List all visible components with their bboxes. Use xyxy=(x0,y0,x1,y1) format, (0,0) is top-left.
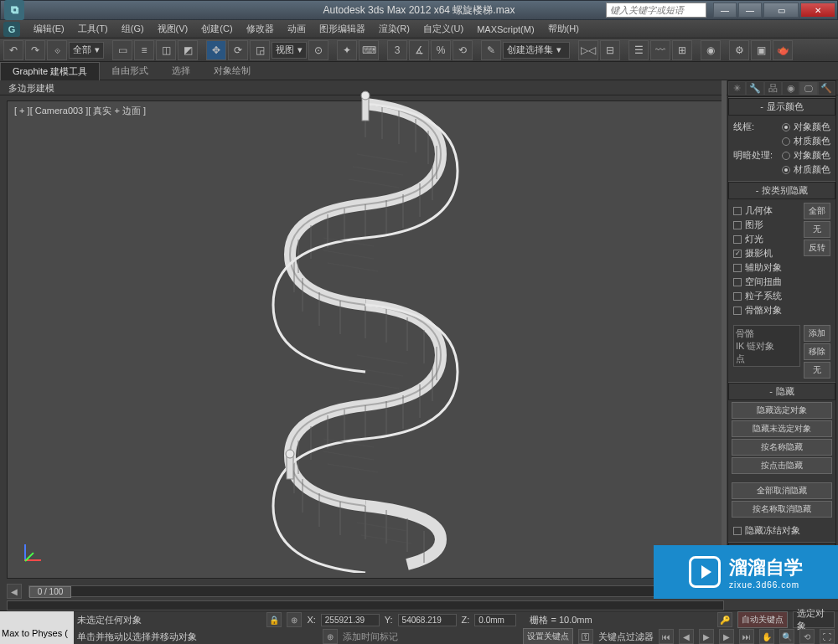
coord-z-input[interactable] xyxy=(474,614,516,626)
chk-lights[interactable] xyxy=(733,235,742,244)
key-selection-dropdown[interactable]: 选定对象 xyxy=(793,611,835,628)
menu-create[interactable]: 创建(C) xyxy=(194,21,239,37)
play-end-button[interactable]: ⏭ xyxy=(739,629,754,644)
modify-tab[interactable]: 🔧 xyxy=(746,81,763,95)
nav-zoom-button[interactable]: 🔍 xyxy=(779,629,794,644)
absolute-mode-icon[interactable]: ⊕ xyxy=(287,612,302,627)
rotate-button[interactable]: ⟳ xyxy=(228,40,248,60)
time-slider[interactable]: ◀ 0 / 100 ▶ xyxy=(7,582,724,600)
wireframe-obj-radio[interactable] xyxy=(782,123,790,131)
select-button[interactable]: ▭ xyxy=(112,40,132,60)
chk-spacewarps[interactable] xyxy=(733,278,742,286)
shaded-obj-radio[interactable] xyxy=(782,152,790,160)
redo-button[interactable]: ↷ xyxy=(25,40,45,60)
auto-key-button[interactable]: 自动关键点 xyxy=(737,611,788,628)
schematic-view-button[interactable]: ⊞ xyxy=(672,40,692,60)
scale-button[interactable]: ◲ xyxy=(250,40,270,60)
menu-animation[interactable]: 动画 xyxy=(281,21,313,37)
move-button[interactable]: ✥ xyxy=(206,40,226,60)
play-start-button[interactable]: ⏮ xyxy=(659,629,674,644)
btn-hide-by-hit[interactable]: 按点击隐藏 xyxy=(732,457,832,474)
nav-max-button[interactable]: ⛶ xyxy=(820,629,835,644)
chk-helpers[interactable] xyxy=(733,264,742,272)
menu-tools[interactable]: 工具(T) xyxy=(71,21,115,37)
btn-add[interactable]: 添加 xyxy=(804,325,830,342)
menu-graph-editors[interactable]: 图形编辑器 xyxy=(313,21,372,37)
chk-bones[interactable] xyxy=(733,307,742,315)
mirror-button[interactable]: ▷◁ xyxy=(578,40,598,60)
utilities-tab[interactable]: 🔨 xyxy=(818,81,835,95)
tab-graphite[interactable]: Graphite 建模工具 xyxy=(0,62,100,80)
curve-editor-button[interactable]: 〰 xyxy=(650,40,670,60)
rendered-frame-button[interactable]: ▣ xyxy=(751,40,771,60)
display-tab[interactable]: 🖵 xyxy=(799,81,817,95)
layers-button[interactable]: ☰ xyxy=(628,40,649,60)
panel-scrollbar[interactable] xyxy=(722,80,727,579)
select-region-button[interactable]: ◫ xyxy=(156,40,176,60)
btn-invert[interactable]: 反转 xyxy=(804,240,830,256)
viewport[interactable]: [ + ][ Camera003 ][ 真实 + 边面 ] xyxy=(7,100,724,579)
named-selection-dropdown[interactable]: 创建选择集▾ xyxy=(503,42,570,59)
key-filters-icon[interactable]: ⚿ xyxy=(578,629,593,644)
angle-snap-button[interactable]: ∡ xyxy=(409,40,429,60)
ref-coord-dropdown[interactable]: 视图▾ xyxy=(272,42,307,59)
create-tab[interactable]: ✳ xyxy=(728,81,746,95)
btn-unhide-all[interactable]: 全部取消隐藏 xyxy=(732,482,832,499)
btn-hide-by-name[interactable]: 按名称隐藏 xyxy=(732,439,832,456)
btn-hide-selected[interactable]: 隐藏选定对象 xyxy=(732,402,832,419)
minimize-button[interactable]: — xyxy=(713,3,737,18)
rollout-hide-category[interactable]: 按类别隐藏 xyxy=(728,182,835,199)
select-by-name-button[interactable]: ≡ xyxy=(134,40,154,60)
key-filters-label[interactable]: 关键点过滤器 xyxy=(598,631,654,643)
restore-button[interactable]: ▭ xyxy=(763,3,799,18)
chk-particles[interactable] xyxy=(733,292,742,301)
time-tag-icon[interactable]: ⊕ xyxy=(323,629,338,644)
help-search-input[interactable] xyxy=(606,3,706,18)
selection-filter-dropdown[interactable]: 全部▾ xyxy=(69,42,104,59)
play-next-button[interactable]: ▶ xyxy=(719,629,734,644)
tab-freeform[interactable]: 自由形式 xyxy=(100,62,160,80)
hierarchy-tab[interactable]: 品 xyxy=(764,81,782,95)
nav-orbit-button[interactable]: ⟲ xyxy=(799,629,815,644)
btn-hide-unselected[interactable]: 隐藏未选定对象 xyxy=(732,420,832,437)
nav-pan-button[interactable]: ✋ xyxy=(759,629,774,644)
extra-category-list[interactable]: 骨骼 IK 链对象 点 xyxy=(733,325,800,367)
percent-snap-button[interactable]: % xyxy=(431,40,451,60)
menu-edit[interactable]: 编辑(E) xyxy=(27,21,71,37)
minimize2-button[interactable]: — xyxy=(738,3,762,18)
render-button[interactable]: 🫖 xyxy=(773,40,793,60)
maxscript-listener[interactable]: Max to Physes ( xyxy=(2,628,72,639)
link-button[interactable]: ⟐ xyxy=(47,40,67,60)
wireframe-mat-radio[interactable] xyxy=(782,137,790,146)
material-editor-button[interactable]: ◉ xyxy=(701,40,721,60)
undo-button[interactable]: ↶ xyxy=(3,40,23,60)
pivot-button[interactable]: ⊙ xyxy=(308,40,328,60)
spinner-snap-button[interactable]: ⟲ xyxy=(453,40,473,60)
track-bar[interactable] xyxy=(7,600,724,611)
menu-views[interactable]: 视图(V) xyxy=(151,21,195,37)
menu-modifiers[interactable]: 修改器 xyxy=(240,21,281,37)
edit-selection-set-button[interactable]: ✎ xyxy=(481,40,501,60)
menu-group[interactable]: 组(G) xyxy=(115,21,151,37)
timeline-left[interactable]: ◀ xyxy=(7,584,22,599)
chk-cameras[interactable] xyxy=(733,250,742,258)
app-menu-button[interactable]: G xyxy=(3,22,20,37)
menu-rendering[interactable]: 渲染(R) xyxy=(372,21,416,37)
play-button[interactable]: ▶ xyxy=(699,629,714,644)
menu-customize[interactable]: 自定义(U) xyxy=(416,21,470,37)
manipulate-button[interactable]: ✦ xyxy=(337,40,357,60)
motion-tab[interactable]: ◉ xyxy=(782,81,799,95)
menu-help[interactable]: 帮助(H) xyxy=(541,21,586,37)
chk-geometry[interactable] xyxy=(733,207,742,215)
close-button[interactable]: ✕ xyxy=(800,3,835,18)
menu-maxscript[interactable]: MAXScript(M) xyxy=(470,23,541,36)
time-slider-thumb[interactable]: 0 / 100 xyxy=(29,586,71,598)
add-time-tag[interactable]: 添加时间标记 xyxy=(343,631,398,643)
lock-selection-icon[interactable]: 🔒 xyxy=(266,612,282,627)
align-button[interactable]: ⊟ xyxy=(600,40,620,60)
btn-remove[interactable]: 移除 xyxy=(804,343,830,360)
tab-object-paint[interactable]: 对象绘制 xyxy=(202,62,262,80)
key-mode-icon[interactable]: 🔑 xyxy=(717,612,732,627)
chk-hide-frozen[interactable] xyxy=(733,527,742,535)
btn-none[interactable]: 无 xyxy=(804,221,830,238)
